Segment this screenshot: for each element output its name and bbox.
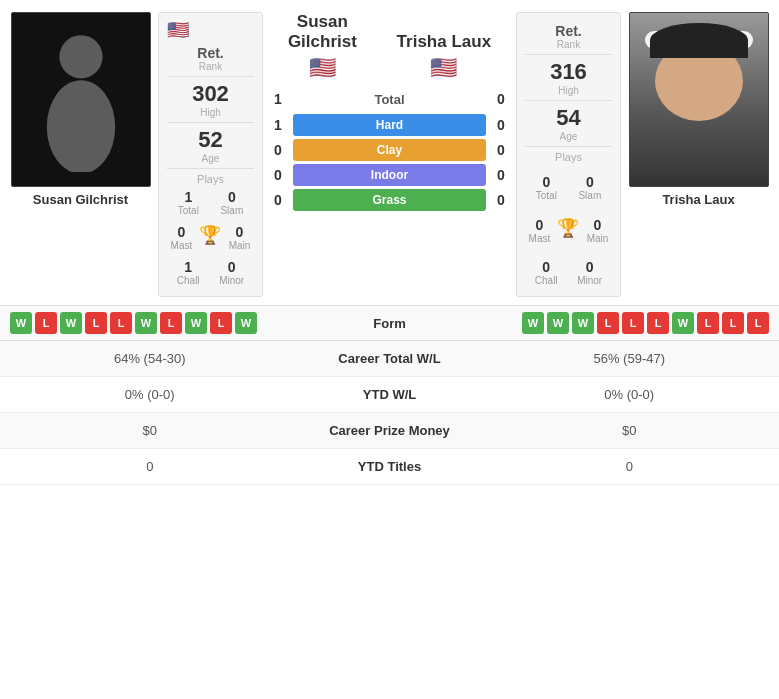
stat-left-val: 0% (0-0)	[10, 387, 290, 402]
hard-badge: Hard	[293, 114, 486, 136]
grass-right-score: 0	[491, 192, 511, 208]
right-stats-box: Ret. Rank 316 High 54 Age Plays 0	[516, 12, 621, 297]
right-age-val: 54	[525, 105, 612, 131]
total-right-score: 0	[491, 91, 511, 107]
svg-point-0	[59, 35, 102, 78]
right-chall-lbl: Chall	[535, 275, 558, 286]
left-flag-center: 🇺🇸	[288, 55, 357, 81]
svg-point-1	[46, 80, 114, 172]
stat-left-val: $0	[10, 423, 290, 438]
left-photo-container	[11, 12, 151, 187]
form-badge-left: W	[135, 312, 157, 334]
form-badge-left: L	[160, 312, 182, 334]
indoor-badge: Indoor	[293, 164, 486, 186]
right-chall-val: 0	[542, 259, 550, 275]
silhouette-icon	[36, 28, 126, 172]
form-badge-left: W	[235, 312, 257, 334]
form-badge-left: W	[185, 312, 207, 334]
clay-right-score: 0	[491, 142, 511, 158]
surface-row-indoor: 0 Indoor 0	[268, 164, 511, 186]
right-minor-lbl: Minor	[577, 275, 602, 286]
left-flag: 🇺🇸	[167, 19, 189, 41]
stat-right-val: 0% (0-0)	[490, 387, 770, 402]
left-player-photo: Susan Gilchrist	[8, 12, 153, 297]
grass-left-score: 0	[268, 192, 288, 208]
form-badge-right: L	[647, 312, 669, 334]
surface-row-hard: 1 Hard 0	[268, 114, 511, 136]
left-main-val: 0	[236, 224, 244, 240]
stats-row: 0 YTD Titles 0	[0, 449, 779, 485]
main-layout: Susan Gilchrist 🇺🇸 Ret. Rank 302 High	[0, 0, 779, 485]
right-high-val: 316	[525, 59, 612, 85]
form-badge-left: L	[35, 312, 57, 334]
right-high-label: High	[525, 85, 612, 96]
left-chall-val: 1	[184, 259, 192, 275]
left-name-center: Susan Gilchrist	[288, 12, 357, 53]
trophy-icon-left: 🏆	[199, 224, 221, 246]
left-minor-lbl: Minor	[219, 275, 244, 286]
clay-left-score: 0	[268, 142, 288, 158]
form-badge-left: W	[60, 312, 82, 334]
right-age-label: Age	[525, 131, 612, 142]
form-badge-right: W	[572, 312, 594, 334]
right-slam-val: 0	[586, 174, 594, 190]
hard-left-score: 1	[268, 117, 288, 133]
right-total-lbl: Total	[536, 190, 557, 201]
left-age-label: Age	[167, 153, 254, 164]
stat-right-val: 0	[490, 459, 770, 474]
right-player-photo: Trisha Laux	[626, 12, 771, 297]
right-mast-lbl: Mast	[529, 233, 551, 244]
stats-row: 0% (0-0) YTD W/L 0% (0-0)	[0, 377, 779, 413]
top-section: Susan Gilchrist 🇺🇸 Ret. Rank 302 High	[0, 0, 779, 305]
form-badge-right: L	[622, 312, 644, 334]
form-section: WLWLLWLWLW Form WWWLLLWLLL	[0, 305, 779, 341]
left-rank-val: Ret.	[167, 45, 254, 61]
left-form-badges: WLWLLWLWLW	[10, 312, 346, 334]
left-stats-box: 🇺🇸 Ret. Rank 302 High 52 Age Plays	[158, 12, 263, 297]
stat-right-val: 56% (59-47)	[490, 351, 770, 366]
left-total-val: 1	[184, 189, 192, 205]
form-badge-left: L	[110, 312, 132, 334]
stat-label: Career Total W/L	[290, 351, 490, 366]
right-mast-val: 0	[536, 217, 544, 233]
left-player-name: Susan Gilchrist	[33, 192, 128, 207]
form-badge-right: W	[522, 312, 544, 334]
stat-left-val: 0	[10, 459, 290, 474]
form-badge-left: L	[85, 312, 107, 334]
surface-row-total: 1 Total 0	[268, 88, 511, 111]
right-rank-val: Ret.	[525, 23, 612, 39]
right-photo-container	[629, 12, 769, 187]
right-main-val: 0	[594, 217, 602, 233]
right-minor-val: 0	[586, 259, 594, 275]
left-minor-val: 0	[228, 259, 236, 275]
stat-label: Career Prize Money	[290, 423, 490, 438]
h2h-center: Susan Gilchrist 🇺🇸 Trisha Laux 🇺🇸 1 Tota…	[268, 12, 511, 297]
indoor-left-score: 0	[268, 167, 288, 183]
stat-label: YTD W/L	[290, 387, 490, 402]
right-rank-label: Rank	[525, 39, 612, 50]
form-badge-left: L	[210, 312, 232, 334]
right-total-val: 0	[542, 174, 550, 190]
left-slam-lbl: Slam	[220, 205, 243, 216]
form-badge-right: L	[697, 312, 719, 334]
left-main-lbl: Main	[229, 240, 251, 251]
total-left-score: 1	[268, 91, 288, 107]
form-badge-left: W	[10, 312, 32, 334]
left-high-label: High	[167, 107, 254, 118]
left-mast-lbl: Mast	[171, 240, 193, 251]
stat-right-val: $0	[490, 423, 770, 438]
clay-badge: Clay	[293, 139, 486, 161]
stats-row: 64% (54-30) Career Total W/L 56% (59-47)	[0, 341, 779, 377]
form-badge-right: L	[747, 312, 769, 334]
form-badge-right: W	[672, 312, 694, 334]
stat-label: YTD Titles	[290, 459, 490, 474]
indoor-right-score: 0	[491, 167, 511, 183]
hard-right-score: 0	[491, 117, 511, 133]
surface-row-grass: 0 Grass 0	[268, 189, 511, 211]
form-label: Form	[350, 316, 430, 331]
right-slam-lbl: Slam	[578, 190, 601, 201]
surface-row-clay: 0 Clay 0	[268, 139, 511, 161]
left-plays-label: Plays	[167, 173, 254, 185]
stats-row: $0 Career Prize Money $0	[0, 413, 779, 449]
right-name-center: Trisha Laux	[397, 22, 491, 52]
